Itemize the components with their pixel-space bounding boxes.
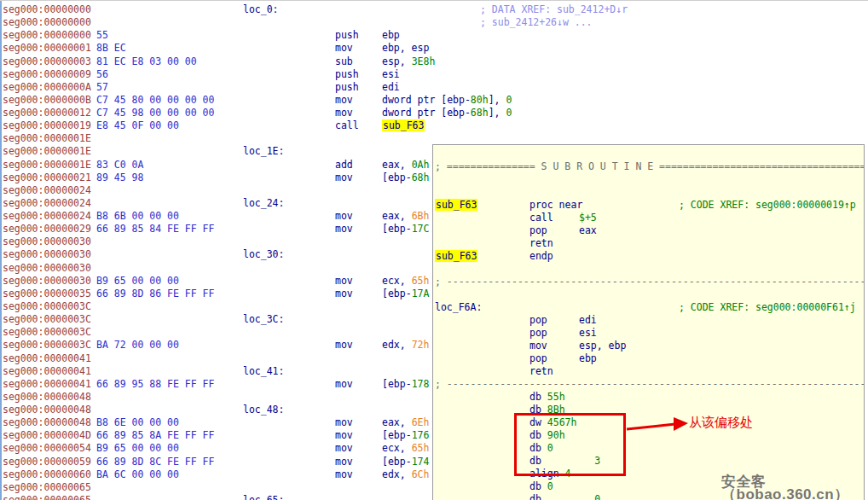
operand-part: eax [579,224,597,236]
address: seg000:00000000 [3,3,91,16]
address: seg000:0000003C [3,300,91,313]
operand-part: ], [489,94,506,106]
operand-part: 17A [412,288,430,299]
hint-row[interactable]: sub_F63proc near; CODE XREF: seg000:0000… [433,199,864,212]
hint-row[interactable] [433,288,864,301]
bytes: B9 65 00 00 00 [96,442,179,455]
operand-part: 72h [412,339,430,351]
listing-row[interactable]: seg000:000000018B ECmovebp, esp [0,42,868,55]
operands: ebp, esp [382,42,429,55]
mnemonic: call [335,119,359,132]
mnemonic: mov [335,416,353,429]
operand-part: ], [489,107,506,119]
operand-part: 68h [471,107,489,119]
address: seg000:00000065 [3,494,91,500]
data-directive: db 55h [529,391,565,404]
operands: [ebp-174 [382,456,429,468]
bytes: BA 6C 00 00 00 [96,468,179,481]
hint-row[interactable]: movesp, ebp [433,340,864,352]
listing-row[interactable]: seg000:0000000A57pushedi [0,81,868,94]
hint-row[interactable] [433,186,864,199]
operand-part: 55h [547,391,565,403]
hint-row[interactable] [433,263,864,276]
location-label: loc_48: [243,404,284,416]
hint-row[interactable]: sub_F63endp [433,250,864,263]
hint-row[interactable] [433,173,864,186]
address: seg000:00000030 [3,275,91,288]
hint-row[interactable]: ; =============== S U B R O U T I N E ==… [433,160,864,173]
operand-part: db [529,391,547,403]
ida-disassembly-view: seg000:00000000loc_0:; DATA XREF: sub_24… [0,0,868,500]
operand-part: 80h [471,94,489,106]
operand-part: ebp [382,29,400,41]
operand-part: esi [382,68,400,80]
hint-row[interactable]: popeax [433,224,864,237]
operands: [ebp-178 [382,378,429,391]
address: seg000:0000001E [3,145,91,158]
operand-part: 3E8h [412,55,436,67]
operands: ecx, 65h [382,442,429,455]
subroutine-label: sub_F63 [435,250,477,263]
xref-comment: ; CODE XREF: seg000:00000F61↑j [679,301,856,314]
listing-row[interactable]: seg000:0000000381 EC E8 03 00 00subesp, … [0,55,868,68]
data-directive: db 0 [529,480,553,493]
hint-row[interactable]: loc_F6A:; CODE XREF: seg000:00000F61↑j [433,301,864,314]
hint-row[interactable]: call$+5 [433,212,864,224]
listing-row[interactable]: seg000:00000012C7 45 98 00 00 00 00movdw… [0,107,868,119]
address: seg000:00000048 [3,391,91,404]
separator-comment: ; =============== S U B R O U T I N E ==… [435,160,865,173]
listing-row[interactable]: seg000:0000001E [0,132,868,145]
highlighted-name: sub_F63 [382,119,425,131]
mnemonic: push [335,29,359,42]
bytes: 57 [96,81,108,94]
bytes: C7 45 80 00 00 00 00 [96,94,214,107]
address: seg000:00000030 [3,248,91,261]
operands: esi [579,327,597,340]
hint-row[interactable]: popesi [433,327,864,340]
operands: eax, 6Bh [382,210,429,223]
hint-row[interactable]: retn [433,237,864,250]
operand-part: eax, [382,210,412,222]
mnemonic: retn [529,237,553,250]
operand-part: 6Ch [412,468,430,480]
listing-row[interactable]: seg000:0000000956pushesi [0,68,868,81]
bytes: 55 [96,29,108,42]
hint-row[interactable]: popedi [433,314,864,327]
listing-row[interactable]: seg000:00000000; sub_2412+26↓w ... [0,16,868,29]
mnemonic: mov [529,340,547,352]
operand-part: edi [382,81,400,93]
listing-row[interactable]: seg000:0000000BC7 45 80 00 00 00 00movdw… [0,94,868,107]
address: seg000:0000003C [3,326,91,339]
hint-row[interactable]: db 0 [433,442,864,455]
mnemonic: mov [335,378,353,391]
hint-row[interactable]: db 3 [433,455,864,468]
operands: edx, 6Ch [382,468,429,481]
hint-row[interactable]: ; --------------------------------------… [433,276,864,288]
location-label: loc_65: [243,494,284,500]
mnemonic: pop [529,327,547,340]
hint-row[interactable]: retn [433,365,864,378]
hint-row[interactable]: popebp [433,352,864,365]
data-directive: db 0 [529,493,600,500]
address: seg000:0000000A [3,81,91,94]
address: seg000:00000024 [3,197,91,210]
listing-row[interactable]: seg000:0000000055pushebp [0,29,868,42]
hint-row[interactable]: db 55h [433,391,864,404]
operand-part: eax, [382,159,412,171]
operand-part: 0 [506,94,512,106]
operand-part: 6Eh [412,416,430,428]
bytes: 89 45 98 [96,172,143,184]
operand-part: esi [579,327,597,339]
operand-part: 68h [412,172,430,183]
subroutine-label: loc_F6A: [435,301,482,314]
operands: [ebp-68h [382,172,429,184]
operand-part: 0Ah [412,159,430,171]
mnemonic: mov [335,172,353,184]
location-label: loc_24: [243,197,284,210]
bytes: 56 [96,68,108,81]
hint-row[interactable]: ; --------------------------------------… [433,378,864,391]
operand-part: $+5 [579,212,597,224]
address: seg000:00000065 [3,481,91,494]
listing-row[interactable]: seg000:00000000loc_0:; DATA XREF: sub_24… [0,3,868,16]
listing-row[interactable]: seg000:00000019E8 45 0F 00 00callsub_F63 [0,119,868,132]
